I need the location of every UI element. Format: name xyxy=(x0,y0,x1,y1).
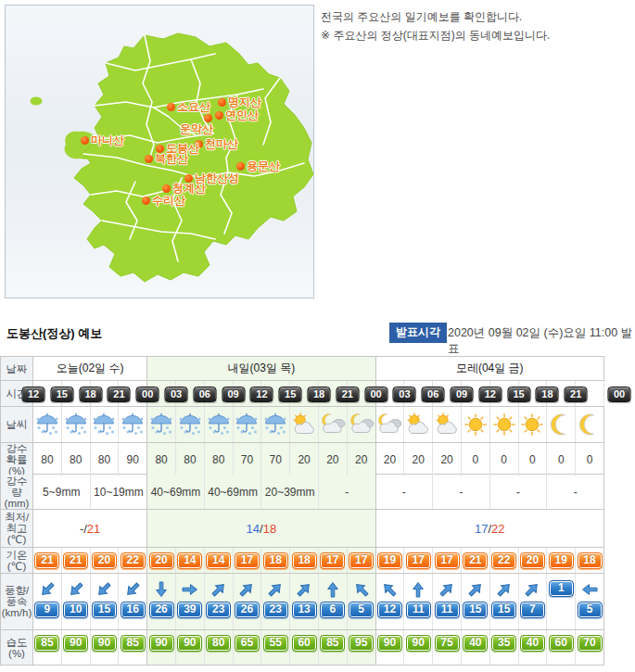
humidity-badge: 40 xyxy=(463,635,488,652)
row-label-wind: 풍향/ 풍속 (km/h) xyxy=(1,574,33,629)
temp-badge: 22 xyxy=(121,552,146,569)
mountain-marker-북한산[interactable]: 북한산 xyxy=(145,155,153,163)
row-minmax-temp: 최저/ 최고 (℃) -/2114/1817/22 xyxy=(1,510,604,548)
wind-speed-badge: 16 xyxy=(121,602,146,618)
wind-cell: 9 xyxy=(33,574,62,629)
mountain-marker-연인산[interactable]: 연인산 xyxy=(215,111,223,120)
minmax-cell: 14/18 xyxy=(147,510,375,547)
humidity-cell: 40 xyxy=(462,630,490,665)
wind-speed-badge: 1 xyxy=(549,580,574,597)
temp-badge: 21 xyxy=(34,552,59,569)
precip-amount-value: 40~69mm xyxy=(147,475,205,509)
humidity-badge: 85 xyxy=(320,635,345,652)
humidity-badge: 95 xyxy=(349,635,374,652)
pop-value: 20 xyxy=(319,443,348,476)
pop-value: 80 xyxy=(205,443,234,476)
humidity-badge: 80 xyxy=(206,635,231,652)
region-map-panel: 마니산소요산명지산연인산운악산천마산도봉산북한산용문산남한산성청계산수리산 xyxy=(5,5,314,298)
humidity-badge: 60 xyxy=(292,635,317,652)
marker-dot-icon xyxy=(236,162,245,171)
wind-arrow-icon-nw xyxy=(352,580,371,599)
pop-value: 20 xyxy=(290,443,319,476)
temp-badge: 20 xyxy=(520,552,545,569)
humidity-badge: 70 xyxy=(578,635,603,652)
temp-badge: 17 xyxy=(320,552,345,569)
max-temp: 18 xyxy=(263,522,276,536)
temp-cell: 19 xyxy=(376,548,405,573)
mountain-marker-청계산[interactable]: 청계산 xyxy=(162,184,171,193)
pop-value: 70 xyxy=(261,443,290,476)
sun-cloud-icon xyxy=(405,412,431,437)
humidity-badge: 90 xyxy=(149,635,174,652)
wind-arrow-icon-nw xyxy=(380,580,399,599)
wind-speed-badge: 10 xyxy=(63,602,88,618)
row-label-pop: 강수 확률 (%) xyxy=(1,443,33,476)
humidity-cell: 95 xyxy=(348,630,376,665)
wind-speed-badge: 13 xyxy=(292,602,317,618)
row-label-date: 날짜 xyxy=(1,357,33,380)
mountain-marker-소요산[interactable]: 소요산 xyxy=(167,103,175,111)
marker-dot-icon xyxy=(167,103,175,111)
time-badge: 21 xyxy=(336,387,359,402)
mountain-marker-운악산[interactable]: 운악산 xyxy=(204,114,212,122)
pop-value: 70 xyxy=(234,443,262,476)
mountain-marker-용문산[interactable]: 용문산 xyxy=(236,162,245,171)
moon-cloud-icon xyxy=(376,412,402,437)
temp-cell: 17 xyxy=(404,548,433,573)
time-badge: 18 xyxy=(308,387,331,402)
pop-value: 20 xyxy=(348,443,376,476)
pop-value: 20 xyxy=(404,443,433,476)
mountain-marker-명지산[interactable]: 명지산 xyxy=(218,98,226,107)
day-header-1: 오늘(02일 수) xyxy=(33,357,147,380)
humidity-cell: 70 xyxy=(576,630,604,665)
mountain-label: 천마산 xyxy=(205,136,238,152)
humidity-cell: 90 xyxy=(91,630,120,665)
precip-amount-value: 5~9mm xyxy=(33,475,91,509)
humidity-badge: 85 xyxy=(121,635,146,652)
row-temperature: 기온 (℃) 212120222014141718181717191717212… xyxy=(1,548,604,574)
wind-speed-badge: 12 xyxy=(377,602,402,618)
wind-arrow-icon-w xyxy=(580,580,599,599)
mountain-label: 북한산 xyxy=(155,151,188,167)
mountain-label: 용문산 xyxy=(247,158,280,174)
temp-badge: 21 xyxy=(463,552,488,569)
day-header-3: 모레(04일 금) xyxy=(376,357,604,380)
pop-value: 0 xyxy=(547,443,576,476)
weather-cell xyxy=(519,407,548,442)
wind-speed-badge: 11 xyxy=(435,602,460,618)
temp-badge: 20 xyxy=(92,552,117,569)
marker-dot-icon xyxy=(215,111,223,120)
weather-cell xyxy=(348,407,376,442)
wind-arrow-icon-ne xyxy=(266,580,285,599)
temp-cell: 14 xyxy=(205,548,234,573)
moon-cloud-icon xyxy=(320,412,346,437)
mountain-marker-마니산[interactable]: 마니산 xyxy=(81,136,89,145)
temp-badge: 22 xyxy=(491,552,516,569)
row-date: 날짜 오늘(02일 수)내일(03일 목)모레(04일 금) xyxy=(1,357,604,381)
temp-cell: 22 xyxy=(119,548,147,573)
marker-dot-icon xyxy=(142,197,150,205)
humidity-badge: 90 xyxy=(377,635,402,652)
mountain-marker-수리산[interactable]: 수리산 xyxy=(142,197,150,205)
weather-cell xyxy=(433,407,462,442)
wind-speed-badge: 15 xyxy=(92,602,117,618)
temp-cell: 20 xyxy=(519,548,548,573)
humidity-badge: 75 xyxy=(435,635,460,652)
forecast-title: 도봉산(정상) 예보 xyxy=(6,325,102,342)
humidity-cell: 75 xyxy=(433,630,462,665)
row-wind: 풍향/ 풍속 (km/h) 91015162639232623136512111… xyxy=(1,574,604,630)
marker-dot-icon xyxy=(218,98,226,107)
wind-arrow-icon-n xyxy=(409,580,427,599)
pop-value: 90 xyxy=(119,443,147,476)
wind-speed-badge: 15 xyxy=(491,602,516,618)
moon-icon xyxy=(549,412,573,437)
wind-cell: 5 xyxy=(348,574,376,629)
humidity-badge: 40 xyxy=(520,635,545,652)
humidity-cell: 90 xyxy=(147,630,176,665)
row-humidity: 습도 (%) 859090859090806555608595909075403… xyxy=(1,630,604,666)
humidity-badge: 90 xyxy=(406,635,431,652)
weather-cell xyxy=(290,407,319,442)
issue-time-badge: 발표시각 xyxy=(389,323,447,343)
temp-cell: 18 xyxy=(576,548,604,573)
intro-line-2: ※ 주요산의 정상(대표지점)의 동네예보입니다. xyxy=(321,26,550,44)
